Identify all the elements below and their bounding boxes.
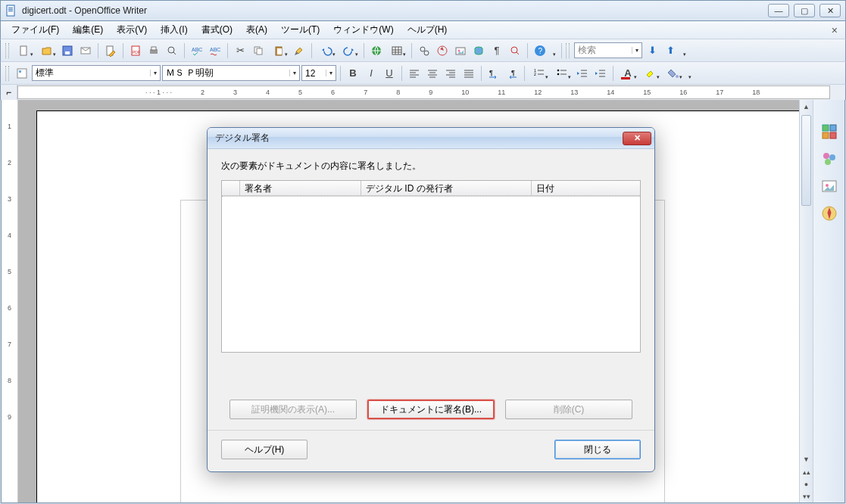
find-combo[interactable]: 検索 ▾ [574,42,642,58]
scroll-up-button[interactable]: ▲ [800,100,813,114]
help-button[interactable]: ? [532,42,548,59]
remove-signature-button[interactable]: 削除(C) [505,400,632,419]
scroll-track[interactable] [800,207,813,453]
menu-table[interactable]: 表(A) [240,22,273,38]
redo-button[interactable]: ▾ [339,42,360,59]
next-page-button[interactable]: ▾▾ [800,490,813,502]
font-size-combo[interactable]: 12 ▾ [301,65,336,81]
insert-table-button[interactable]: ▾ [386,42,407,59]
horizontal-ruler[interactable]: · · · 1 · · · 2 3 4 5 6 7 8 9 10 11 12 1… [17,86,830,99]
scroll-down-button[interactable]: ▼ [800,453,813,466]
menu-insert[interactable]: 挿入(I) [155,22,193,38]
maximize-button[interactable]: ▢ [794,4,815,17]
sign-document-button[interactable]: ドキュメントに署名(B)... [367,400,495,419]
window-title: digicert.odt - OpenOffice Writer [22,5,768,16]
close-window-button[interactable]: ✕ [819,4,841,17]
toolbar-handle[interactable] [5,43,9,58]
decrease-indent-button[interactable] [574,65,591,82]
nav-by-button[interactable]: ● [800,478,813,490]
sidebar-styles-icon[interactable] [820,150,838,168]
align-justify-button[interactable] [460,65,477,82]
underline-button[interactable]: U [381,65,398,82]
find-toolbar-handle[interactable] [566,43,570,58]
find-replace-button[interactable] [416,42,432,59]
close-doc-button[interactable]: × [829,24,841,36]
view-certificate-button[interactable]: 証明機関の表示(A)... [229,400,357,419]
toolbar-more-button[interactable]: ▾ [550,42,557,59]
dialog-help-button[interactable]: ヘルプ(H) [221,440,307,459]
bullets-button[interactable]: ▾ [551,65,573,82]
prev-page-button[interactable]: ▴▴ [800,466,813,478]
col-date[interactable]: 日付 [532,181,640,195]
toolbar-handle-2[interactable] [5,66,9,81]
font-color-button[interactable]: A▾ [617,65,638,82]
ltr-button[interactable]: ¶ [485,65,502,82]
gallery-button[interactable] [452,42,469,59]
paste-button[interactable]: ▾ [268,42,289,59]
sidebar-properties-icon[interactable] [820,123,838,141]
zoom-button[interactable] [507,42,523,59]
open-button[interactable]: ▾ [36,42,58,59]
rtl-button[interactable]: ¶ [504,65,520,82]
background-color-button[interactable]: ▾ [663,65,684,82]
spellcheck-button[interactable]: ABC [189,42,205,59]
menu-help[interactable]: ヘルプ(H) [401,22,454,38]
numbering-button[interactable]: 12▾ [529,65,550,82]
font-name-combo[interactable]: ＭＳ Ｐ明朝 ▾ [162,65,300,81]
increase-indent-button[interactable] [592,65,609,82]
menu-file[interactable]: ファイル(F) [5,22,65,38]
export-pdf-button[interactable]: PDF [127,42,144,59]
svg-text:PDF: PDF [133,50,140,54]
minimize-button[interactable]: — [768,4,789,17]
format-paintbrush-button[interactable] [291,42,307,59]
align-right-button[interactable] [442,65,459,82]
find-toolbar-more[interactable]: ▾ [680,42,688,59]
signatures-table[interactable]: 署名者 デジタル ID の発行者 日付 [221,180,641,353]
vertical-scrollbar[interactable]: ▲ ▼ ▴▴ ● ▾▾ [799,100,813,502]
align-center-button[interactable] [424,65,441,82]
table-body[interactable] [222,196,640,352]
sidebar-navigator-icon[interactable] [820,204,838,222]
menu-tools[interactable]: ツール(T) [275,22,326,38]
align-left-button[interactable] [406,65,423,82]
navigator-button[interactable] [434,42,451,59]
undo-button[interactable]: ▾ [316,42,337,59]
scroll-thumb[interactable] [801,115,811,206]
nonprinting-chars-button[interactable]: ¶ [489,42,505,59]
highlight-color-button[interactable]: ▾ [640,65,661,82]
svg-text:2: 2 [534,72,536,76]
save-button[interactable] [59,42,76,59]
menu-format[interactable]: 書式(O) [195,22,239,38]
sidebar-gallery-icon[interactable] [820,177,838,195]
svg-point-48 [826,184,829,187]
dialog-close-ok-button[interactable]: 閉じる [554,440,641,459]
print-button[interactable] [145,42,162,59]
cut-button[interactable]: ✂ [232,42,248,59]
col-signer[interactable]: 署名者 [240,181,361,195]
paragraph-style-combo[interactable]: 標準 ▾ [32,65,161,81]
edit-doc-button[interactable] [102,42,119,59]
find-prev-button[interactable]: ⬆ [662,42,679,59]
find-next-button[interactable]: ⬇ [644,42,660,59]
col-blank[interactable] [222,181,240,195]
dialog-close-button[interactable]: ✕ [623,132,651,145]
email-button[interactable] [77,42,94,59]
menu-edit[interactable]: 編集(E) [67,22,109,38]
dialog-titlebar[interactable]: デジタル署名 ✕ [208,128,654,149]
formatting-toolbar-more[interactable]: ▾ [685,65,693,82]
data-sources-button[interactable] [470,42,487,59]
hyperlink-button[interactable] [368,42,385,59]
new-doc-button[interactable]: ▾ [14,42,35,59]
italic-button[interactable]: I [363,65,379,82]
bold-button[interactable]: B [345,65,361,82]
auto-spellcheck-button[interactable]: ABC [207,42,223,59]
menu-window[interactable]: ウィンドウ(W) [327,22,399,38]
vertical-ruler[interactable]: 1 2 3 4 5 6 7 8 9 [2,100,18,502]
menu-view[interactable]: 表示(V) [111,22,153,38]
col-issuer[interactable]: デジタル ID の発行者 [361,181,532,195]
styles-button[interactable] [14,65,30,82]
print-preview-button[interactable] [164,42,180,59]
digital-signatures-dialog: デジタル署名 ✕ 次の要素がドキュメントの内容に署名しました。 署名者 デジタル… [207,127,655,472]
svg-rect-17 [257,48,262,54]
copy-button[interactable] [250,42,267,59]
